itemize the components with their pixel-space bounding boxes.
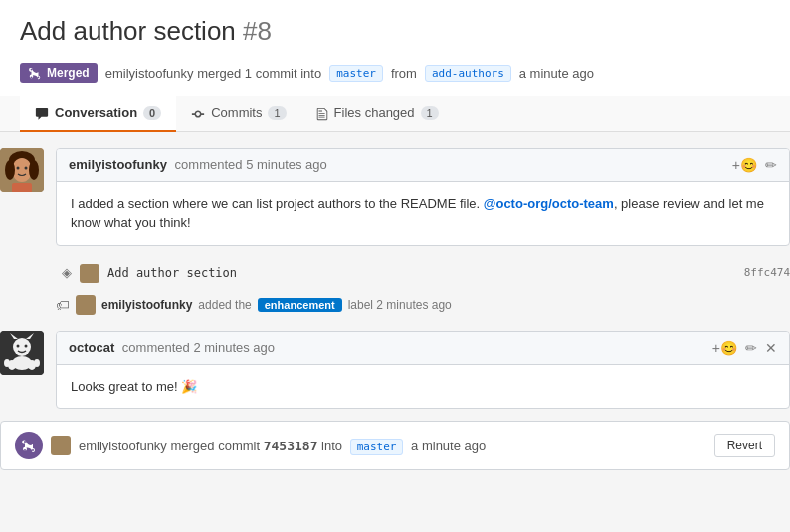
conversation-icon xyxy=(35,105,49,121)
comment-octocat: octocat commented 2 minutes ago +😊 ✏ ✕ L… xyxy=(0,331,790,410)
avatar-octocat xyxy=(0,331,44,375)
emoji-react-button[interactable]: +😊 xyxy=(732,157,757,173)
comment-emily: emilyistoofunky commented 5 minutes ago … xyxy=(0,148,790,246)
commit-icon: ◈ xyxy=(62,266,72,280)
merge-target-branch[interactable]: master xyxy=(350,439,404,455)
emoji-react-button-2[interactable]: +😊 xyxy=(712,340,737,356)
commit-event: ◈ Add author section 8ffc474 xyxy=(56,258,790,289)
comment-header-octocat: octocat commented 2 minutes ago +😊 ✏ ✕ xyxy=(57,332,789,365)
comment-author-octocat: octocat xyxy=(69,340,114,355)
tab-conversation-count: 0 xyxy=(143,106,161,120)
label-event: 🏷 emilyistoofunky added the enhancement … xyxy=(56,295,790,315)
tabs-bar: Conversation 0 Commits 1 Files changed 1 xyxy=(0,96,790,132)
tab-files-label: Files changed xyxy=(334,105,415,120)
merge-footer-text: emilyistoofunky merged commit 7453187 in… xyxy=(79,439,486,453)
svg-point-6 xyxy=(25,166,28,169)
tab-commits[interactable]: Commits 1 xyxy=(176,96,300,132)
comment-time-emily: commented 5 minutes ago xyxy=(175,157,327,172)
mini-avatar-emily-label xyxy=(76,295,96,315)
merge-commit-sha: 7453187 xyxy=(264,439,318,453)
comment-body-octocat: Looks great to me! 🎉 xyxy=(57,365,789,409)
merge-footer: emilyistoofunky merged commit 7453187 in… xyxy=(0,421,790,470)
comment-box-emily: emilyistoofunky commented 5 minutes ago … xyxy=(56,148,790,246)
merged-badge: Merged xyxy=(20,63,98,83)
commit-message: Add author section xyxy=(107,266,237,280)
tab-conversation-label: Conversation xyxy=(55,105,137,120)
tab-conversation[interactable]: Conversation 0 xyxy=(20,96,176,132)
files-icon xyxy=(316,105,328,121)
tag-icon: 🏷 xyxy=(56,297,70,313)
svg-point-11 xyxy=(25,344,28,347)
svg-point-3 xyxy=(5,160,15,180)
pr-title: Add author section #8 xyxy=(20,16,272,47)
mini-avatar-emily-commit xyxy=(80,264,99,283)
from-text: from xyxy=(391,66,417,81)
comment-time-octocat: commented 2 minutes ago xyxy=(122,340,275,355)
comment-actions-emily: +😊 ✏ xyxy=(732,157,777,173)
avatar-emily xyxy=(0,148,44,192)
comment-header-emily: emilyistoofunky commented 5 minutes ago … xyxy=(57,149,789,182)
label-event-suffix: label 2 minutes ago xyxy=(348,298,452,312)
enhancement-label: enhancement xyxy=(258,298,342,312)
comment-body-emily: I added a section where we can list proj… xyxy=(57,182,789,245)
revert-button[interactable]: Revert xyxy=(714,434,775,457)
svg-point-17 xyxy=(4,359,10,367)
mini-avatar-emily-merge xyxy=(51,436,71,455)
tab-files-changed[interactable]: Files changed 1 xyxy=(301,96,454,132)
svg-point-4 xyxy=(29,160,39,180)
comment-author-emily: emilyistoofunky xyxy=(69,157,167,172)
svg-point-18 xyxy=(34,359,40,367)
commit-sha: 8ffc474 xyxy=(744,266,790,279)
delete-comment-button[interactable]: ✕ xyxy=(765,340,777,356)
mention-octo-team: @octo-org/octo-team xyxy=(484,196,614,211)
svg-point-10 xyxy=(17,344,20,347)
comment-box-octocat: octocat commented 2 minutes ago +😊 ✏ ✕ L… xyxy=(56,331,790,410)
commits-icon xyxy=(191,105,205,121)
svg-point-5 xyxy=(17,166,20,169)
svg-point-9 xyxy=(13,338,31,356)
pr-meta: Merged emilyistoofunky merged 1 commit i… xyxy=(20,63,770,83)
merge-footer-icon xyxy=(15,432,43,459)
svg-rect-7 xyxy=(12,183,32,192)
target-branch[interactable]: master xyxy=(329,65,383,82)
source-branch[interactable]: add-authors xyxy=(425,65,511,82)
comment-actions-octocat: +😊 ✏ ✕ xyxy=(712,340,777,356)
pr-meta-text: emilyistoofunky merged 1 commit into xyxy=(105,66,321,81)
edit-comment-button-2[interactable]: ✏ xyxy=(745,340,757,356)
tab-files-count: 1 xyxy=(421,106,439,120)
label-event-action: added the xyxy=(198,298,251,312)
edit-comment-button[interactable]: ✏ xyxy=(765,157,777,173)
merge-icon xyxy=(28,66,42,80)
pr-time: a minute ago xyxy=(519,66,594,81)
tab-commits-label: Commits xyxy=(211,105,262,120)
tab-commits-count: 1 xyxy=(268,106,286,120)
label-event-author: emilyistoofunky xyxy=(101,298,192,312)
